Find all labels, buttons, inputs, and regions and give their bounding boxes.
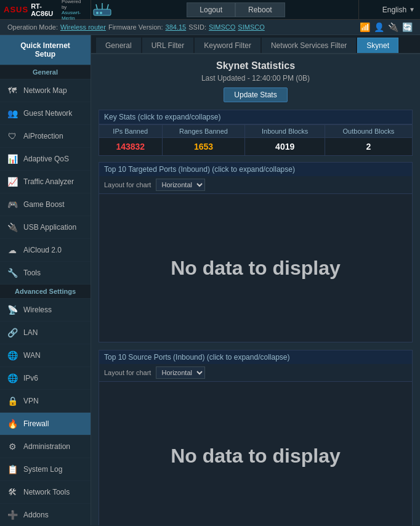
sidebar-item-label: Tools bbox=[23, 269, 41, 277]
reboot-button[interactable]: Reboot bbox=[235, 2, 285, 17]
sidebar-item-label: Administration bbox=[23, 442, 70, 451]
sidebar-item-label: IPv6 bbox=[23, 374, 38, 382]
sidebar-item-addons[interactable]: ➕ Addons bbox=[0, 504, 91, 525]
mode-text: Operation Mode: Wireless router Firmware… bbox=[7, 23, 265, 31]
val-inbound-blocks: 4019 bbox=[245, 138, 325, 156]
usb-application-icon: 🔌 bbox=[6, 221, 18, 233]
refresh-icon[interactable]: 🔄 bbox=[402, 22, 413, 32]
sidebar-item-adaptive-qos[interactable]: 📊 Adaptive QoS bbox=[0, 148, 91, 171]
svg-point-5 bbox=[100, 12, 102, 14]
val-ranges-banned: 1653 bbox=[162, 138, 245, 156]
col-outbound-blocks: Outbound Blocks bbox=[325, 125, 412, 138]
sidebar-item-usb-application[interactable]: 🔌 USB Application bbox=[0, 216, 91, 239]
sidebar-item-label: Network Map bbox=[23, 86, 67, 95]
sidebar-item-wireless[interactable]: 📡 Wireless bbox=[0, 299, 91, 322]
svg-point-4 bbox=[96, 12, 99, 14]
tab-general[interactable]: General bbox=[96, 38, 141, 53]
sidebar-item-label: Game Boost bbox=[23, 200, 65, 209]
aicloud-icon: ☁ bbox=[6, 244, 18, 256]
sidebar-item-tools[interactable]: 🔧 Tools bbox=[0, 262, 91, 285]
wireless-icon: 📡 bbox=[6, 304, 18, 316]
main-layout: Quick Internet Setup General 🗺 Network M… bbox=[0, 35, 420, 525]
content-area: General URL Filter Keyword Filter Networ… bbox=[91, 35, 420, 525]
sidebar-item-label: Traffic Analyzer bbox=[23, 177, 74, 186]
ipv6-icon: 🌐 bbox=[6, 372, 18, 384]
system-log-icon: 📋 bbox=[6, 463, 18, 475]
skynet-subtitle: Last Updated - 12:40:00 PM (0B) bbox=[99, 74, 413, 83]
chevron-down-icon: ▼ bbox=[409, 6, 415, 13]
firmware-version-link[interactable]: 384.15 bbox=[166, 23, 187, 31]
sidebar-item-administration[interactable]: ⚙ Administration bbox=[0, 435, 91, 458]
traffic-analyzer-icon: 📈 bbox=[6, 176, 18, 188]
sidebar-item-wan[interactable]: 🌐 WAN bbox=[0, 344, 91, 367]
chart1-header[interactable]: Top 10 Targeted Ports (Inbound) (click t… bbox=[99, 163, 412, 176]
header-nav: Logout Reboot bbox=[113, 2, 358, 17]
col-ips-banned: IPs Banned bbox=[99, 125, 163, 138]
vpn-icon: 🔒 bbox=[6, 395, 18, 407]
chart2-layout-label: Layout for chart bbox=[104, 369, 151, 376]
sidebar-item-aiprotection[interactable]: 🛡 AiProtection bbox=[0, 125, 91, 148]
adaptive-qos-icon: 📊 bbox=[6, 153, 18, 165]
chart2-section: Top 10 Source Ports (Inbound) (click to … bbox=[99, 350, 413, 525]
tab-keyword-filter[interactable]: Keyword Filter bbox=[195, 38, 260, 53]
network-map-icon: 🗺 bbox=[6, 84, 18, 97]
sidebar-item-game-boost[interactable]: 🎮 Game Boost bbox=[0, 193, 91, 216]
sidebar-item-aicloud[interactable]: ☁ AiCloud 2.0 bbox=[0, 239, 91, 262]
aiprotection-icon: 🛡 bbox=[6, 130, 18, 142]
sidebar-item-ipv6[interactable]: 🌐 IPv6 bbox=[0, 367, 91, 390]
val-ips-banned: 143832 bbox=[99, 138, 163, 156]
game-boost-icon: 🎮 bbox=[6, 198, 18, 211]
update-stats-button[interactable]: Update Stats bbox=[224, 87, 287, 102]
key-stats-header[interactable]: Key Stats (click to expand/collapse) bbox=[99, 110, 413, 124]
tab-url-filter[interactable]: URL Filter bbox=[142, 38, 194, 53]
ssid-label: SSID: bbox=[188, 23, 206, 31]
sidebar-item-guest-network[interactable]: 👥 Guest Network bbox=[0, 102, 91, 125]
skynet-title: Skynet Statistics bbox=[99, 60, 413, 71]
sidebar-item-firewall[interactable]: 🔥 Firewall bbox=[0, 413, 91, 435]
skynet-panel: Skynet Statistics Last Updated - 12:40:0… bbox=[91, 54, 420, 525]
sidebar-item-label: Adaptive QoS bbox=[23, 155, 69, 163]
sidebar-item-network-map[interactable]: 🗺 Network Map bbox=[0, 79, 91, 102]
tab-network-services-filter[interactable]: Network Services Filter bbox=[262, 38, 356, 53]
logout-button[interactable]: Logout bbox=[187, 2, 235, 17]
sidebar-item-vpn[interactable]: 🔒 VPN bbox=[0, 390, 91, 413]
powered-by: Powered by Asuswrt-Merlin bbox=[62, 0, 87, 21]
sidebar-item-network-tools[interactable]: 🛠 Network Tools bbox=[0, 481, 91, 504]
tools-icon: 🔧 bbox=[6, 267, 18, 279]
sidebar-item-label: AiProtection bbox=[23, 132, 63, 140]
chart1-layout-label: Layout for chart bbox=[104, 181, 151, 188]
tab-skynet[interactable]: Skynet bbox=[357, 38, 398, 53]
sidebar-item-label: AiCloud 2.0 bbox=[23, 246, 62, 254]
ssid2-link[interactable]: SIMSCO bbox=[238, 23, 264, 31]
user-icon: 👤 bbox=[374, 22, 384, 32]
sidebar-item-lan[interactable]: 🔗 LAN bbox=[0, 322, 91, 344]
router-icon bbox=[91, 1, 113, 19]
sidebar-item-label: WAN bbox=[23, 351, 41, 360]
col-ranges-banned: Ranges Banned bbox=[162, 125, 245, 138]
general-section-label: General bbox=[0, 65, 91, 79]
language-selector[interactable]: English ▼ bbox=[358, 0, 420, 19]
firmware-label: Firmware Version: bbox=[108, 23, 163, 31]
operation-mode-link[interactable]: Wireless router bbox=[60, 23, 106, 31]
tabs-bar: General URL Filter Keyword Filter Networ… bbox=[91, 35, 420, 54]
model-name: RT-AC86U bbox=[31, 2, 57, 17]
key-stats-table: IPs Banned Ranges Banned Inbound Blocks … bbox=[99, 124, 413, 156]
chart2-no-data: No data to display bbox=[171, 445, 341, 467]
svg-line-1 bbox=[96, 4, 97, 9]
sidebar-item-label: System Log bbox=[23, 465, 62, 474]
operation-mode-label: Operation Mode: bbox=[7, 23, 58, 31]
language-label: English bbox=[382, 6, 406, 14]
ssid1-link[interactable]: SIMSCO bbox=[209, 23, 235, 31]
chart1-layout-select[interactable]: Horizontal bbox=[156, 179, 205, 191]
sidebar-item-label: Guest Network bbox=[23, 109, 72, 118]
chart2-area: No data to display bbox=[99, 382, 412, 525]
chart2-layout-select[interactable]: Horizontal bbox=[156, 366, 205, 379]
guest-network-icon: 👥 bbox=[6, 107, 18, 119]
quick-internet-setup[interactable]: Quick Internet Setup bbox=[0, 35, 91, 65]
addons-icon: ➕ bbox=[6, 509, 18, 521]
sidebar-item-traffic-analyzer[interactable]: 📈 Traffic Analyzer bbox=[0, 171, 91, 193]
sidebar-item-label: Firewall bbox=[23, 419, 49, 428]
col-inbound-blocks: Inbound Blocks bbox=[245, 125, 325, 138]
chart2-header[interactable]: Top 10 Source Ports (Inbound) (click to … bbox=[99, 350, 412, 364]
sidebar-item-system-log[interactable]: 📋 System Log bbox=[0, 458, 91, 481]
